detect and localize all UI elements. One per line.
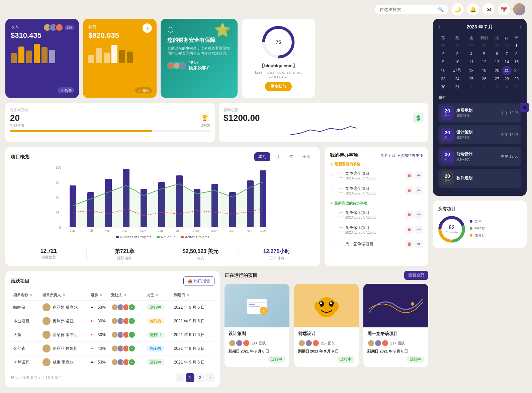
todo-date-4: 2023-12-26 07:15:00 [345,231,404,234]
add-expense-button[interactable]: + [143,23,152,33]
small-cards-row: 任务未完成 20 🏆 完成任务 20/28 存款总额 $1200.00 💲 [5,103,428,142]
donut-label: 75 [276,40,281,45]
expenses-percent: ↗ 45% [135,87,152,93]
cal-prev-btn[interactable]: ‹ [438,24,440,30]
bell-icon-btn[interactable]: 🔔 [467,3,479,15]
rp-status-2: 进行中 [298,356,355,363]
drag-handle-5[interactable]: ⋮⋮ [330,242,337,246]
tab-year[interactable]: 年 [285,152,297,161]
svg-point-47 [315,302,320,311]
more-detail-button[interactable]: 更多细节 [265,82,292,91]
cal-month-label: 2023 年 7 月 [467,24,493,30]
todo-item-actions-2: 🗑 ✏ [406,186,423,194]
user-avatar[interactable] [513,3,525,15]
rp-cards: ! 设计策划 21+ 团队 到期日 [225,284,428,367]
legend-revenue: Revenue [157,235,176,239]
page-1[interactable]: 1 [186,373,194,382]
todo-delete-5[interactable]: 🗑 [406,240,414,248]
tab-all[interactable]: 全部 [298,152,315,161]
todo-checkbox-2[interactable] [339,188,343,193]
calendar-icon-btn[interactable]: 📅 [498,3,510,15]
todo-item-actions-4: 🗑 ✏ [406,226,423,234]
svg-text:100: 100 [56,166,61,169]
rp-av-1-2 [236,339,243,347]
svg-text:May: May [140,229,146,232]
todo-delete-3[interactable]: 🗑 [406,211,414,219]
todo-delete-1[interactable]: 🗑 [406,171,414,179]
pagination-info: 显示 1 到 5 条目（共 10 个条目） [11,375,66,380]
legend-projects: Number of Projects [116,235,152,239]
todo-delete-4[interactable]: 🗑 [406,226,414,234]
legend-dot-revenue [157,236,160,238]
settings-overlay-btn[interactable]: ⚙ [520,103,529,112]
rp-card-1: ! 设计策划 21+ 团队 到期日 [225,284,289,367]
tasks-label: 任务未完成 [10,107,210,112]
pie-center: 62 Compete [446,225,458,234]
search-input[interactable] [379,7,435,12]
exp-bar-4 [111,45,117,63]
todo-add[interactable]: + 添加待办事项 [398,153,423,158]
tab-month[interactable]: 月 [272,152,284,161]
drag-handle-2[interactable]: ⋮⋮ [330,189,337,192]
stat-projects-val: 12,721 [11,248,86,254]
todo-checkbox-3[interactable] [339,212,343,217]
export-button[interactable]: 📤 出口报告 [183,276,214,286]
todo-edit-5[interactable]: ✏ [415,240,423,248]
todo-edit-3[interactable]: ✏ [415,211,423,219]
stat-hours: 12,275小时 工作时间 [239,248,315,261]
ap-header: 活跃项目 📤 出口报告 [11,276,214,286]
cal-event-1-info: 发展规划 威特科技 [456,108,498,118]
drag-handle-3[interactable]: ⋮⋮ [330,213,337,217]
calendar-today[interactable]: 21 [502,66,512,75]
todo-actions: 查看全部 + 添加待办事项 [380,153,423,158]
exp-bar-1 [88,55,94,63]
rp-img-1: ! [240,289,274,322]
todo-edit-2[interactable]: ✏ [415,186,423,194]
active-projects-table: 项目名称 ⇅ 项目负责人 ⇅ 进步 ⇅ 受让人 ⇅ 龙位 ⇅ 到期日 ⇅ 蝙蝠侠 [11,290,214,369]
view-all-button[interactable]: 查看全部 [404,271,428,280]
pie-content: 62 Compete 竞争 等待的 未开始 [438,216,521,243]
revenue-card: 收入 25+ $310.435 ↗ [5,19,79,98]
todo-done-icon: ✓ [330,201,333,206]
moon-icon-btn[interactable]: 🌙 [452,3,464,15]
page-prev[interactable]: ‹ [176,373,184,382]
todo-delete-2[interactable]: 🗑 [406,186,414,194]
promo-av-3 [179,62,186,69]
cal-next-btn[interactable]: › [520,24,521,30]
cal-event-4-info: 软件规划 [456,175,516,181]
search-box[interactable]: 🔍 [375,5,448,14]
col-progress: 进步 ⇅ [88,290,108,301]
svg-text:Apr: Apr [122,229,127,232]
bar-4 [34,44,40,63]
drag-handle-1[interactable]: ⋮⋮ [330,174,337,177]
todo-edit-4[interactable]: ✏ [415,226,423,234]
rp-img-2 [310,289,343,322]
top-cards-row: 收入 25+ $310.435 ↗ [5,19,428,98]
table-pagination: 显示 1 到 5 条目（共 10 个条目） ‹ 1 2 › [11,373,214,382]
stat-hours-val: 12,275小时 [239,248,315,255]
todo-checkbox-1[interactable] [339,173,343,178]
drag-handle-4[interactable]: ⋮⋮ [330,228,337,232]
todo-checkbox-5[interactable] [339,242,343,246]
mail-icon-btn[interactable]: ✉ [482,3,495,15]
svg-text:Jun: Jun [158,229,163,232]
overview-title: 项目概览 [11,154,29,160]
pie-legend: 竞争 等待的 未开始 [470,219,521,240]
todo-view-all[interactable]: 查看全部 [380,153,395,158]
calendar-header: ‹ 2023 年 7 月 › [438,24,521,30]
todo-item-5: ⋮⋮ 周一竞争该项目 🗑 ✏ [330,237,423,251]
legend-compete: 竞争 [470,219,521,224]
page-next[interactable]: › [206,373,214,382]
todo-edit-1[interactable]: ✏ [415,171,423,179]
svg-text:0: 0 [59,226,61,230]
cal-event-4: 20 周一 软件规划 [438,169,521,188]
legend-notstarted: 未开始 [470,233,521,238]
rp-av-3-2 [374,339,382,347]
svg-text:75: 75 [56,181,60,184]
rp-av-2-2 [305,339,313,347]
page-2[interactable]: 2 [196,373,204,382]
tab-week[interactable]: 星期 [254,152,270,161]
table-row: 大鱼 塘纳德·本杰明 30% + [11,328,214,342]
donut-chart: 75 [262,25,295,59]
todo-checkbox-4[interactable] [339,227,343,232]
